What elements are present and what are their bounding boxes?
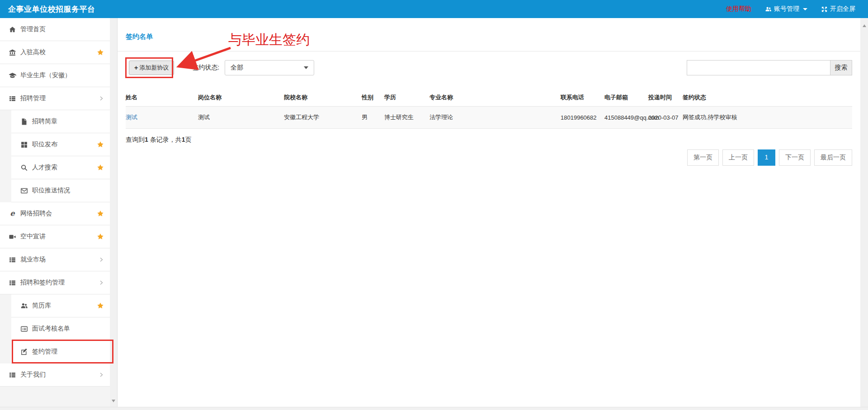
fullscreen-label: 开启全屏 [830, 5, 855, 13]
sidebar-item-label: 就业市场 [20, 256, 46, 264]
scroll-up-icon[interactable] [863, 24, 866, 27]
sidebar-item-label: 面试考核名单 [32, 325, 70, 333]
sidebar-item-job-posting[interactable]: 职位发布 [11, 133, 110, 156]
sidebar-item-label: 签约管理 [32, 348, 57, 356]
next-page-button[interactable]: 下一页 [779, 149, 811, 166]
app-window: 企事业单位校招服务平台 使用帮助 账号管理 开启全屏 管理首页 入驻高校 [0, 0, 868, 410]
university-icon [9, 49, 16, 56]
cell-sign-status: 网签成功,待学校审核 [683, 107, 852, 129]
cell-degree: 博士研究生 [384, 107, 429, 129]
table-row: 测试 测试 安徽工程大学 男 博士研究生 法学理论 18019960682 41… [126, 107, 852, 129]
sidebar-item-label: 招聘简章 [32, 117, 57, 126]
prev-page-button[interactable]: 上一页 [722, 149, 754, 166]
list-icon [9, 256, 16, 264]
horizontal-scrollbar[interactable] [0, 407, 868, 410]
graduation-cap-icon [9, 72, 16, 79]
sidebar-item-universities[interactable]: 入驻高校 [0, 41, 110, 64]
sidebar-item-recruit-brochure[interactable]: 招聘简章 [11, 110, 110, 133]
sidebar-item-label: 人才搜索 [32, 163, 57, 172]
star-icon [97, 302, 104, 309]
title-divider [118, 51, 860, 51]
users-icon [765, 6, 772, 13]
search-input[interactable] [687, 60, 830, 75]
sidebar-item-label: 网络招聘会 [20, 210, 52, 218]
sidebar-item-about-us[interactable]: 关于我们 [0, 363, 110, 387]
page-title: 签约名单 [126, 33, 852, 41]
list-icon [9, 279, 16, 287]
sidebar-item-interview-list[interactable]: 面试考核名单 [11, 317, 110, 340]
users-icon [20, 302, 28, 310]
sidebar-item-recruit-sign-mgmt[interactable]: 招聘和签约管理 [0, 271, 110, 294]
sidebar-item-graduate-pool[interactable]: 毕业生库（安徽） [0, 64, 110, 87]
sidebar-nav: 管理首页 入驻高校 毕业生库（安徽） 招聘管理 招聘简章 [0, 18, 110, 407]
envelope-icon [20, 187, 28, 195]
search-icon [20, 164, 28, 172]
col-header-gender: 性别 [362, 89, 384, 107]
sidebar-item-label: 职位推送情况 [32, 186, 70, 195]
candidate-name-link[interactable]: 测试 [126, 114, 137, 121]
video-camera-icon [9, 233, 16, 241]
col-header-phone: 联系电话 [561, 89, 604, 107]
add-agreement-button[interactable]: + 添加新协议 [129, 61, 174, 75]
help-link[interactable]: 使用帮助 [726, 5, 751, 13]
caret-down-icon [803, 8, 807, 10]
pagination: 第一页 上一页 1 下一页 最后一页 [126, 149, 852, 166]
header-menu: 使用帮助 账号管理 开启全屏 [726, 5, 855, 13]
search-group: 搜索 [687, 60, 852, 75]
chevron-right-icon [99, 257, 104, 262]
star-icon [97, 210, 104, 217]
page-1-button[interactable]: 1 [758, 149, 775, 166]
sidebar-item-online-job-fair[interactable]: 网络招聘会 [0, 202, 110, 225]
list-icon [9, 371, 16, 379]
col-header-major: 专业名称 [429, 89, 561, 107]
sidebar-item-sign-mgmt[interactable]: 签约管理 [11, 340, 110, 363]
sidebar-item-label: 招聘管理 [20, 94, 46, 102]
star-icon [97, 49, 104, 56]
col-header-email: 电子邮箱 [604, 89, 648, 107]
table-header-row: 姓名 岗位名称 院校名称 性别 学历 专业名称 联系电话 电子邮箱 投递时间 签… [126, 89, 852, 107]
sidebar-item-air-presentation[interactable]: 空中宣讲 [0, 225, 110, 248]
sidebar-item-label: 空中宣讲 [20, 233, 46, 241]
cell-gender: 男 [362, 107, 384, 129]
sidebar-item-talent-search[interactable]: 人才搜索 [11, 156, 110, 179]
top-header-bar: 企事业单位校招服务平台 使用帮助 账号管理 开启全屏 [0, 0, 868, 18]
col-header-name: 姓名 [126, 89, 198, 107]
star-icon [97, 141, 104, 148]
grid-icon [20, 141, 28, 149]
chevron-right-icon [99, 96, 104, 101]
record-summary: 查询到1 条记录，共1页 [126, 136, 852, 144]
sidebar-item-job-push-status[interactable]: 职位推送情况 [11, 179, 110, 202]
account-menu[interactable]: 账号管理 [765, 5, 807, 13]
sidebar-item-home[interactable]: 管理首页 [0, 18, 110, 41]
sign-status-selected-value: 全部 [231, 64, 243, 72]
fullscreen-button[interactable]: 开启全屏 [821, 5, 855, 13]
sign-status-select[interactable]: 全部 [225, 60, 314, 75]
list-alt-icon [20, 325, 28, 333]
sidebar-item-job-market[interactable]: 就业市场 [0, 248, 110, 271]
summary-text: 条记录，共 [148, 136, 182, 143]
chevron-right-icon [99, 280, 104, 285]
sidebar-item-label: 关于我们 [20, 371, 46, 379]
sidebar-item-recruit-mgmt[interactable]: 招聘管理 [0, 87, 110, 110]
cell-apply-date: 2020-03-07 [648, 107, 683, 129]
main-content: 签约名单 + 添加新协议 签约状态: 全部 搜索 [118, 18, 860, 407]
search-button[interactable]: 搜索 [830, 60, 852, 75]
sidebar-item-resume-library[interactable]: 简历库 [11, 294, 110, 317]
cell-phone: 18019960682 [561, 107, 604, 129]
chevron-right-icon [99, 372, 104, 377]
main-scrollbar[interactable] [860, 18, 868, 407]
col-header-sign-status: 签约状态 [683, 89, 852, 107]
expand-icon [821, 6, 828, 13]
filter-toolbar: + 添加新协议 签约状态: 全部 搜索 [126, 58, 852, 78]
file-icon [20, 118, 28, 126]
internet-explorer-icon [9, 210, 16, 218]
star-icon [97, 233, 104, 240]
cell-email: 415088449@qq.com [604, 107, 648, 129]
summary-text: 页 [185, 136, 191, 143]
scroll-down-icon[interactable] [112, 400, 115, 402]
first-page-button[interactable]: 第一页 [687, 149, 719, 166]
sidebar-scrollbar[interactable] [110, 18, 118, 407]
last-page-button[interactable]: 最后一页 [814, 149, 852, 166]
account-menu-label: 账号管理 [774, 5, 799, 13]
col-header-school: 院校名称 [284, 89, 362, 107]
